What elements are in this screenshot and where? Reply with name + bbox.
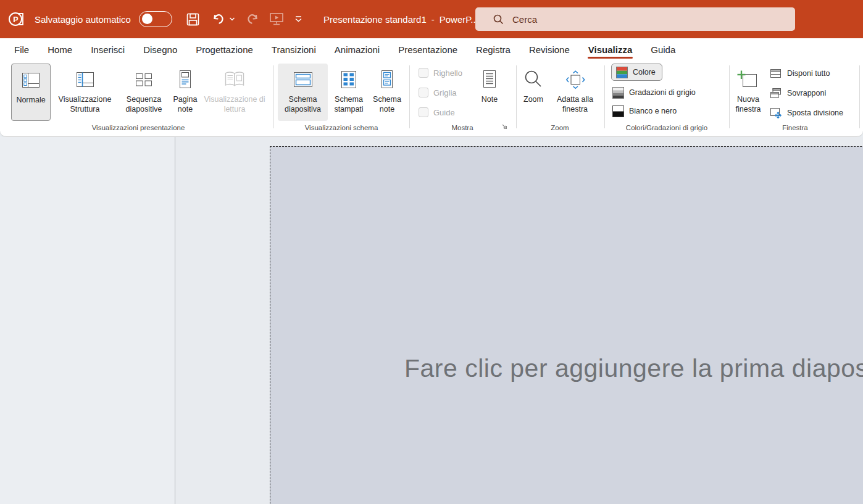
slide-sorter-label: Sequenza diapositive bbox=[119, 94, 169, 115]
new-window-label: Nuova finestra bbox=[732, 94, 764, 115]
slide-sorter-button[interactable]: Sequenza diapositive bbox=[119, 64, 169, 121]
search-input[interactable]: Cerca bbox=[475, 7, 795, 31]
zoom-button[interactable]: Zoom bbox=[519, 64, 548, 121]
guides-checkbox-row: Guide bbox=[419, 106, 455, 118]
group-separator bbox=[604, 65, 605, 128]
ruler-checkbox-row: Righello bbox=[419, 67, 462, 79]
tab-visualizza[interactable]: Visualizza bbox=[588, 38, 633, 60]
tab-revisione[interactable]: Revisione bbox=[528, 38, 570, 60]
grayscale-button[interactable]: Gradazioni di grigio bbox=[612, 86, 696, 99]
cascade-label: Sovrapponi bbox=[787, 89, 826, 97]
fit-to-window-label: Adatta alla finestra bbox=[549, 94, 601, 115]
cascade-icon bbox=[769, 87, 782, 99]
zoom-label: Zoom bbox=[523, 94, 543, 104]
color-icon bbox=[616, 67, 628, 78]
svg-text:P: P bbox=[13, 15, 18, 24]
grid-label: Griglia bbox=[433, 88, 457, 97]
zoom-group-label: Zoom bbox=[518, 124, 602, 131]
color-button[interactable]: Colore bbox=[611, 64, 662, 81]
tab-animazioni[interactable]: Animazioni bbox=[334, 38, 380, 60]
undo-icon[interactable] bbox=[211, 12, 226, 27]
handout-master-button[interactable]: Schema stampati bbox=[329, 64, 369, 121]
show-group-label: Mostra bbox=[412, 124, 513, 131]
notes-page-button[interactable]: Pagina note bbox=[170, 64, 201, 121]
normal-view-icon bbox=[20, 66, 41, 94]
tab-registra[interactable]: Registra bbox=[475, 38, 511, 60]
workspace: Fare clic per aggiungere la prima diapos… bbox=[0, 137, 863, 504]
title-bar: P Salvataggio automatico bbox=[0, 0, 863, 38]
fit-to-window-icon bbox=[564, 65, 586, 94]
search-placeholder: Cerca bbox=[512, 14, 537, 25]
group-separator bbox=[409, 65, 410, 128]
tab-home[interactable]: Home bbox=[47, 38, 73, 60]
tab-presentazione[interactable]: Presentazione bbox=[398, 38, 458, 60]
powerpoint-window: P Salvataggio automatico bbox=[0, 0, 863, 504]
master-group-label: Visualizzazioni schema bbox=[276, 124, 407, 131]
slide-canvas[interactable]: Fare clic per aggiungere la prima diapos… bbox=[270, 146, 863, 504]
slide-master-button[interactable]: Schema diapositiva bbox=[278, 64, 328, 121]
new-window-button[interactable]: Nuova finestra bbox=[732, 64, 764, 121]
window-group-label: Finestra bbox=[731, 124, 859, 131]
zoom-icon bbox=[523, 65, 544, 94]
outline-view-label: Visualizzazione Struttura bbox=[52, 94, 118, 115]
black-white-label: Bianco e nero bbox=[629, 107, 677, 115]
color-label: Colore bbox=[633, 68, 656, 76]
notes-master-label: Schema note bbox=[370, 94, 404, 115]
save-icon[interactable] bbox=[186, 12, 200, 27]
cascade-button[interactable]: Sovrapponi bbox=[769, 86, 826, 100]
tab-transizioni[interactable]: Transizioni bbox=[271, 38, 317, 60]
tab-file[interactable]: File bbox=[14, 38, 30, 60]
notes-master-icon bbox=[377, 65, 397, 94]
document-title: Presentazione standard1 - PowerP... bbox=[323, 14, 478, 25]
slide-thumbnails-panel[interactable] bbox=[0, 137, 175, 504]
slide-master-label: Schema diapositiva bbox=[278, 94, 328, 115]
arrange-all-button[interactable]: Disponi tutto bbox=[769, 67, 830, 80]
normal-view-button[interactable]: Normale bbox=[11, 64, 51, 121]
guides-checkbox bbox=[419, 107, 428, 117]
new-window-icon bbox=[736, 65, 760, 94]
powerpoint-logo-icon[interactable]: P bbox=[7, 10, 26, 28]
slide-master-icon bbox=[292, 65, 314, 94]
guides-label: Guide bbox=[433, 108, 455, 117]
move-split-button[interactable]: Sposta divisione bbox=[769, 106, 843, 120]
ruler-checkbox bbox=[419, 68, 428, 78]
notes-button[interactable]: Note bbox=[475, 64, 504, 121]
black-white-icon bbox=[612, 105, 624, 117]
group-separator bbox=[273, 65, 274, 128]
reading-view-icon bbox=[223, 65, 246, 94]
views-group-label: Visualizzazioni presentazione bbox=[5, 124, 272, 131]
grid-checkbox bbox=[419, 88, 428, 97]
ruler-label: Righello bbox=[433, 68, 462, 78]
grayscale-label: Gradazioni di grigio bbox=[629, 88, 696, 97]
group-separator bbox=[859, 65, 860, 128]
tab-disegno[interactable]: Disegno bbox=[143, 38, 178, 60]
outline-view-button[interactable]: Visualizzazione Struttura bbox=[52, 64, 118, 121]
reading-view-button: Visualizzazione di lettura bbox=[202, 64, 267, 121]
search-icon bbox=[493, 14, 504, 25]
notes-icon bbox=[480, 65, 499, 94]
slide-sorter-icon bbox=[133, 65, 154, 94]
notes-master-button[interactable]: Schema note bbox=[370, 64, 404, 121]
title-separator: - bbox=[432, 14, 435, 25]
black-white-button[interactable]: Bianco e nero bbox=[612, 104, 677, 118]
app-name: PowerP... bbox=[440, 14, 478, 25]
handout-master-icon bbox=[339, 65, 359, 94]
ribbon: Normale Visualizzazione Struttura bbox=[0, 60, 863, 137]
notes-label: Note bbox=[482, 94, 498, 104]
autosave-toggle[interactable] bbox=[139, 11, 172, 27]
tab-inserisci[interactable]: Inserisci bbox=[90, 38, 125, 60]
document-name: Presentazione standard1 bbox=[323, 14, 427, 25]
slideshow-icon bbox=[269, 12, 285, 27]
grid-checkbox-row: Griglia bbox=[419, 86, 457, 99]
tab-guida[interactable]: Guida bbox=[650, 38, 676, 60]
tab-progettazione[interactable]: Progettazione bbox=[195, 38, 254, 60]
slide-placeholder-text[interactable]: Fare clic per aggiungere la prima diapos… bbox=[404, 354, 863, 383]
fit-to-window-button[interactable]: Adatta alla finestra bbox=[549, 64, 601, 121]
color-group-label: Colori/Gradazioni di grigio bbox=[606, 124, 727, 131]
outline-view-icon bbox=[75, 65, 96, 94]
arrange-all-icon bbox=[769, 67, 782, 80]
autosave-label: Salvataggio automatico bbox=[35, 14, 131, 25]
customize-toolbar-icon[interactable] bbox=[294, 15, 302, 23]
undo-dropdown-chevron-icon[interactable] bbox=[229, 16, 235, 22]
handout-master-label: Schema stampati bbox=[329, 94, 369, 115]
